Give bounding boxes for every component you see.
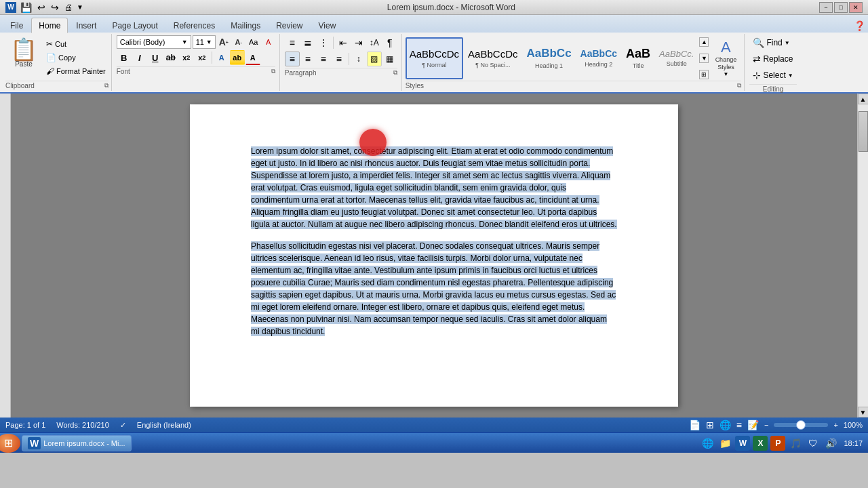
styles-expander[interactable]: ⧉ — [737, 82, 741, 89]
style-h2-preview: AaBbCc — [580, 48, 617, 60]
zoom-in-btn[interactable]: + — [833, 421, 837, 429]
change-styles-button[interactable]: A ChangeStyles ▼ — [710, 37, 741, 79]
scroll-track — [859, 104, 868, 407]
tab-insert[interactable]: Insert — [68, 18, 104, 33]
styles-scroll-buttons[interactable]: ▲ ▼ ⊞ — [698, 37, 709, 79]
tab-review[interactable]: Review — [269, 18, 310, 33]
justify-button[interactable]: ≡ — [332, 52, 347, 66]
quick-access-redo[interactable]: ↪ — [50, 2, 60, 13]
tab-page-layout[interactable]: Page Layout — [104, 18, 165, 33]
tab-home[interactable]: Home — [31, 18, 68, 33]
italic-button[interactable]: I — [132, 50, 147, 65]
paste-button[interactable]: 📋 Paste — [5, 35, 42, 79]
close-button[interactable]: ✕ — [849, 2, 863, 13]
vertical-scrollbar[interactable]: ▲ ▼ — [857, 94, 868, 418]
bold-button[interactable]: B — [117, 50, 132, 65]
show-formatting-button[interactable]: ¶ — [382, 35, 397, 50]
style-normal[interactable]: AaBbCcDc ¶ Normal — [406, 37, 463, 79]
font-size-selector[interactable]: 11 ▼ — [193, 35, 216, 49]
clipboard-group-label: Clipboard — [5, 82, 35, 89]
tab-references[interactable]: References — [166, 18, 222, 33]
quick-access-save[interactable]: 💾 — [19, 2, 33, 13]
taskbar-security-icon[interactable]: 🛡 — [806, 436, 821, 451]
format-painter-button[interactable]: 🖌 Format Painter — [43, 65, 108, 77]
align-right-button[interactable]: ≡ — [316, 52, 331, 66]
sort-button[interactable]: ↕A — [367, 35, 382, 50]
strikethrough-button[interactable]: ab — [163, 50, 178, 65]
increase-indent-button[interactable]: ⇥ — [351, 35, 366, 50]
paragraph-2[interactable]: Phasellus sollicitudin egestas nisi vel … — [251, 240, 617, 338]
taskbar-browser-icon[interactable]: 🌐 — [700, 436, 715, 451]
document-page[interactable]: Lorem ipsum dolor sit amet, consectetur … — [190, 104, 678, 407]
styles-scroll-up[interactable]: ▲ — [699, 37, 709, 47]
language-info[interactable]: English (Ireland) — [137, 421, 191, 429]
view-web-btn[interactable]: 🌐 — [719, 420, 731, 430]
tab-file[interactable]: File — [3, 18, 31, 33]
styles-scroll-more[interactable]: ⊞ — [699, 70, 709, 79]
replace-button[interactable]: ⇄ Replace — [749, 52, 796, 66]
style-title[interactable]: AaB Title — [622, 37, 654, 79]
font-name-selector[interactable]: Calibri (Body) ▼ — [117, 35, 191, 49]
numbering-button[interactable]: ≣ — [300, 35, 315, 50]
tab-mailings[interactable]: Mailings — [223, 18, 268, 33]
tab-view[interactable]: View — [311, 18, 344, 33]
zoom-slider[interactable] — [774, 423, 828, 427]
quick-access-print[interactable]: 🖨 — [63, 3, 74, 12]
font-expander[interactable]: ⧉ — [271, 68, 275, 75]
find-button[interactable]: 🔍 Find ▼ — [749, 35, 796, 50]
cut-button[interactable]: ✂ Cut — [43, 38, 108, 50]
scroll-down-arrow[interactable]: ▼ — [858, 407, 869, 418]
font-grow-button[interactable]: A+ — [217, 35, 231, 49]
copy-button[interactable]: 📄 Copy — [43, 52, 108, 64]
clear-formatting-button[interactable]: A — [262, 35, 275, 49]
taskbar-music-icon[interactable]: 🎵 — [788, 436, 803, 451]
align-left-button[interactable]: ≡ — [285, 52, 300, 66]
underline-button[interactable]: U — [148, 50, 163, 65]
taskbar-volume-icon[interactable]: 🔊 — [823, 436, 838, 451]
style-subtitle[interactable]: AaBbCc. Subtitle — [655, 37, 698, 79]
select-arrow: ▼ — [788, 73, 793, 79]
scroll-up-arrow[interactable]: ▲ — [858, 94, 869, 104]
taskbar-item-word[interactable]: W Lorem ipsum.docx - Mi... — [22, 435, 132, 451]
start-button[interactable]: ⊞ — [0, 434, 20, 453]
clipboard-expander[interactable]: ⧉ — [104, 82, 108, 89]
styles-scroll-down[interactable]: ▼ — [699, 54, 709, 63]
paragraph-expander[interactable]: ⧉ — [393, 69, 397, 77]
taskbar-word-icon[interactable]: W — [735, 436, 750, 451]
text-highlight-button[interactable]: ab — [230, 50, 245, 65]
style-heading2[interactable]: AaBbCc Heading 2 — [576, 37, 621, 79]
style-heading1[interactable]: AaBbCc Heading 1 — [522, 37, 575, 79]
style-no-spacing[interactable]: AaBbCcDc ¶ No Spaci... — [464, 37, 521, 79]
line-spacing-button[interactable]: ↕ — [351, 52, 366, 66]
view-fullscreen-btn[interactable]: ⊞ — [706, 420, 714, 430]
taskbar-ppt-icon[interactable]: P — [770, 436, 785, 451]
font-color-button[interactable]: A — [245, 50, 260, 65]
select-button[interactable]: ⊹ Select ▼ — [749, 68, 796, 83]
view-outline-btn[interactable]: ≡ — [736, 420, 742, 430]
zoom-out-btn[interactable]: − — [764, 421, 768, 429]
view-print-btn[interactable]: 📄 — [689, 420, 701, 430]
text-effects-button[interactable]: A — [214, 50, 229, 65]
quick-access-undo[interactable]: ↩ — [36, 2, 47, 13]
taskbar-folder-icon[interactable]: 📁 — [717, 436, 732, 451]
minimize-button[interactable]: − — [819, 2, 833, 13]
font-shrink-button[interactable]: A- — [232, 35, 245, 49]
spell-check-icon[interactable]: ✓ — [120, 421, 126, 430]
copy-label: Copy — [58, 54, 76, 62]
superscript-button[interactable]: x2 — [195, 50, 210, 65]
view-draft-btn[interactable]: 📝 — [747, 420, 759, 430]
taskbar-excel-icon[interactable]: X — [753, 436, 768, 451]
help-button[interactable]: ❓ — [854, 20, 865, 31]
quick-access-arrow[interactable]: ▼ — [77, 3, 83, 11]
borders-button[interactable]: ▦ — [382, 52, 397, 66]
maximize-button[interactable]: □ — [834, 2, 848, 13]
multilevel-list-button[interactable]: ⋮ — [316, 35, 331, 50]
shading-button[interactable]: ▨ — [367, 52, 382, 66]
align-center-button[interactable]: ≡ — [300, 52, 315, 66]
scroll-thumb[interactable] — [859, 111, 868, 152]
bullets-button[interactable]: ≡ — [285, 35, 300, 50]
change-case-button[interactable]: Aa — [247, 35, 260, 49]
decrease-indent-button[interactable]: ⇤ — [336, 35, 351, 50]
paragraph-1[interactable]: Lorem ipsum dolor sit amet, consectetur … — [251, 145, 617, 230]
subscript-button[interactable]: x2 — [179, 50, 194, 65]
